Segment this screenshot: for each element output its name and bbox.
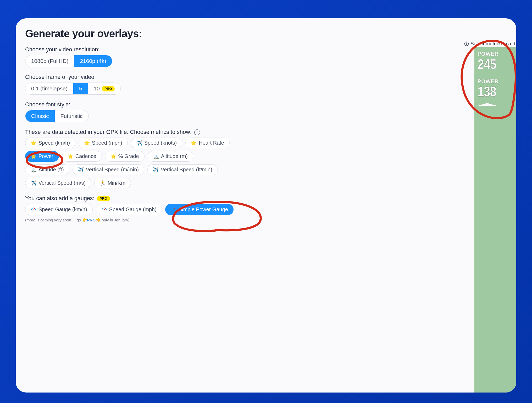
footnote-pro-link[interactable]: PRO: [87, 218, 96, 222]
chip-label: Speed (km/h): [38, 140, 70, 146]
gauge-chip[interactable]: Speed Gauge (km/h): [25, 204, 93, 215]
fontstyle-label: Choose font style:: [25, 101, 516, 108]
chip-label: Speed Gauge (km/h): [38, 206, 87, 213]
chip-icon: ⭐: [31, 141, 36, 145]
chip-label: Speed Gauge (mph): [109, 206, 157, 213]
framerate-10[interactable]: 10 PRO: [88, 83, 120, 94]
chip-icon: ⭐: [110, 154, 116, 159]
svg-point-5: [173, 210, 174, 210]
chip-label: Cadence: [75, 153, 96, 159]
fontstyle-futuristic[interactable]: Futuristic: [55, 110, 88, 122]
metric-chip[interactable]: 🏔️Altitude (ft): [25, 164, 69, 175]
footnote: (more is coming very soon..., go 👉PRO👈 o…: [25, 218, 516, 222]
chip-icon: ⭐: [84, 141, 90, 145]
chip-label: Speed (mph): [92, 140, 122, 146]
resolution-label: Choose your video resolution:: [25, 46, 516, 53]
metric-value: 245: [478, 57, 509, 71]
chip-label: Power: [38, 153, 53, 159]
gauge-chip[interactable]: Speed Gauge (mph): [96, 204, 162, 215]
chip-icon: ✈️: [153, 167, 159, 172]
chip-label: Heart Rate: [199, 140, 224, 146]
fontstyle-classic[interactable]: Classic: [25, 110, 55, 122]
gauges-label: You can also add a gauges:: [25, 195, 95, 202]
chip-icon: 🏔️: [31, 167, 36, 172]
framerate-5[interactable]: 5: [73, 83, 88, 94]
chip-icon: ⭐: [31, 154, 36, 159]
chip-icon: ✈️: [136, 141, 142, 145]
settings-card: Generate your overlays: Choose your vide…: [16, 18, 516, 393]
preview-panel: POWER 245 POWER 138: [474, 47, 516, 393]
metric-chip[interactable]: ⭐Heart Rate: [185, 138, 230, 148]
chip-label: Vertical Speed (m/min): [86, 167, 139, 173]
preview-metric-power-2: POWER 138: [478, 78, 516, 99]
chip-label: Speed (knots): [144, 140, 177, 146]
preview-link[interactable]: Select metrics in a d: [464, 41, 515, 47]
chip-icon: ✈️: [31, 181, 36, 186]
dial-icon: [101, 206, 107, 213]
chip-icon: ✈️: [78, 167, 84, 172]
metric-chip[interactable]: ⭐Cadence: [62, 151, 102, 162]
framerate-group: 0.1 (timelapse) 5 10 PRO: [25, 83, 121, 95]
chip-icon: ⭐: [68, 154, 73, 159]
pro-badge: PRO: [97, 196, 110, 201]
info-icon: [464, 41, 469, 46]
chip-label: Altitude (ft): [38, 167, 64, 173]
dial-icon: [171, 206, 176, 213]
chip-icon: 🏔️: [153, 154, 159, 159]
hand-left-icon: 👈: [96, 218, 101, 222]
svg-rect-8: [466, 43, 467, 43]
page-title: Generate your overlays:: [25, 28, 516, 40]
metric-chip[interactable]: ✈️Vertical Speed (ft/min): [147, 164, 218, 175]
framerate-10-label: 10: [94, 85, 100, 92]
framerate-label: Choose frame of your video:: [25, 74, 516, 80]
metric-chip[interactable]: ✈️Vertical Speed (m/s): [25, 178, 91, 188]
pro-badge: PRO: [102, 86, 115, 91]
preview-metric-power-1: POWER 245: [478, 51, 516, 71]
chip-icon: 🏃: [100, 181, 106, 186]
chip-label: Altitude (m): [161, 153, 188, 159]
metric-chip[interactable]: ✈️Speed (knots): [131, 138, 182, 148]
gauge-chip[interactable]: Simple Power Gauge: [165, 204, 234, 215]
chip-label: % Grade: [118, 153, 139, 159]
metric-chips: ⭐Speed (km/h)⭐Speed (mph)✈️Speed (knots)…: [25, 138, 240, 188]
metric-chip[interactable]: ⭐Speed (mph): [79, 138, 128, 148]
chip-label: Vertical Speed (m/s): [38, 180, 86, 186]
chip-icon: ⭐: [191, 141, 197, 145]
fontstyle-group: Classic Futuristic: [25, 110, 89, 122]
metric-chip[interactable]: ⭐Speed (km/h): [25, 138, 75, 148]
metric-chip[interactable]: ✈️Vertical Speed (m/min): [73, 164, 144, 175]
resolution-2160p[interactable]: 2160p (4k): [74, 55, 112, 67]
metric-chip[interactable]: ⭐% Grade: [105, 151, 145, 162]
resolution-group: 1080p (FullHD) 2160p (4k): [25, 55, 112, 67]
metric-chip[interactable]: 🏃Min/Km: [94, 178, 131, 188]
svg-rect-7: [466, 43, 467, 45]
metrics-label: These are data detected in your GPX file…: [25, 129, 192, 135]
chip-label: Vertical Speed (ft/min): [161, 167, 212, 173]
resolution-1080p[interactable]: 1080p (FullHD): [25, 55, 74, 67]
gauge-wedge-icon: [478, 100, 497, 106]
dial-icon: [31, 206, 36, 213]
chip-label: Min/Km: [108, 180, 125, 186]
metric-chip[interactable]: ⭐Power: [25, 151, 59, 162]
svg-point-1: [33, 210, 34, 210]
svg-point-3: [104, 210, 104, 210]
hand-right-icon: 👉: [82, 218, 87, 222]
metric-value: 138: [478, 84, 509, 99]
info-icon[interactable]: i: [194, 129, 200, 135]
metric-chip[interactable]: 🏔️Altitude (m): [148, 151, 193, 162]
chip-label: Simple Power Gauge: [179, 206, 228, 213]
gauge-chips: Speed Gauge (km/h)Speed Gauge (mph)Simpl…: [25, 204, 240, 215]
framerate-timelapse[interactable]: 0.1 (timelapse): [25, 83, 73, 94]
